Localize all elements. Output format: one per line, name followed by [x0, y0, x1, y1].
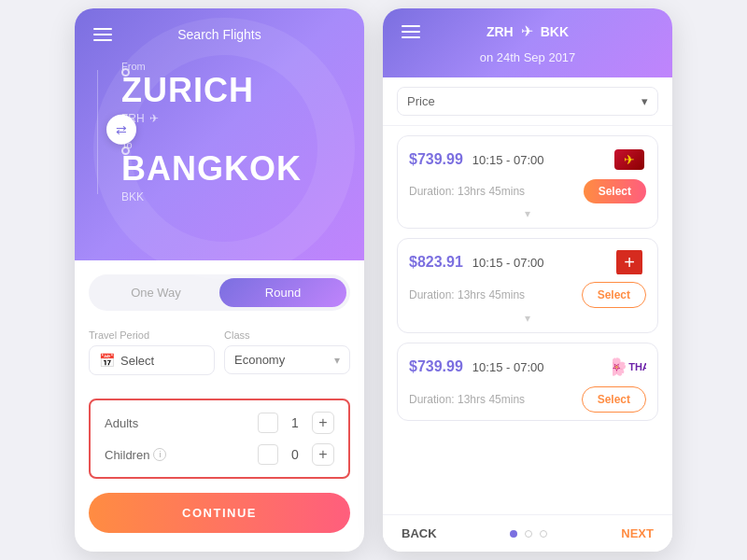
flight-2-price: $823.91: [409, 254, 463, 271]
flight-3-airline-logo: 🌸 THAI: [613, 355, 646, 379]
chevron-down-icon: ▾: [334, 354, 340, 367]
thai-text: THAI: [628, 361, 646, 372]
filter-label: Price: [407, 94, 435, 108]
to-code: BKK: [121, 190, 144, 203]
right-to-code: BKK: [541, 24, 569, 39]
class-field: Class Economy ▾: [224, 329, 350, 375]
children-row: Children i 0 +: [105, 443, 334, 466]
flight-1-select-button[interactable]: Select: [584, 179, 646, 203]
price-filter-dropdown[interactable]: Price ▾: [397, 87, 658, 116]
flight-3-time: 10:15 - 07:00: [472, 360, 613, 374]
class-value: Economy: [234, 353, 285, 367]
toggle-row: One Way Round: [89, 274, 350, 311]
dot-1: [510, 530, 517, 538]
flight-card-2: $823.91 10:15 - 07:00 Duration: 13hrs 45…: [397, 238, 658, 333]
swap-button[interactable]: ⇄: [106, 114, 136, 144]
flight-1-expand-icon[interactable]: ▾: [409, 207, 646, 220]
filter-row: Price ▾: [383, 77, 672, 126]
next-button[interactable]: NEXT: [621, 526, 654, 540]
adults-row: Adults 1 +: [105, 412, 334, 434]
pagination-dots: [510, 530, 547, 538]
right-header-top: ZRH ✈ BKK: [402, 22, 654, 40]
flight-1-duration: Duration: 13hrs 45mins: [409, 185, 525, 198]
thai-icon: 🌸: [613, 357, 627, 377]
origin-dot: [121, 68, 130, 77]
adults-increment-button[interactable]: +: [312, 412, 334, 434]
left-panel: Search Flights From ZURICH ZRH ✈ ⇄: [75, 8, 364, 552]
right-panel: ZRH ✈ BKK on 24th Sep 2017 Price ▾ $739.…: [383, 8, 672, 552]
dest-dot: [121, 147, 130, 155]
plane-icon: ✈: [521, 22, 533, 40]
flight-3-select-button[interactable]: Select: [582, 386, 646, 413]
right-from-code: ZRH: [486, 24, 514, 39]
from-city: ZURICH: [121, 74, 345, 107]
adults-checkbox[interactable]: [258, 413, 278, 433]
swiss-icon: [616, 250, 642, 274]
flight-2-select-button[interactable]: Select: [582, 282, 646, 308]
one-way-button[interactable]: One Way: [92, 278, 219, 307]
flight-route: From ZURICH ZRH ✈ ⇄ To BANGKOK BKK: [93, 61, 345, 203]
flight-card-1-top: $739.99 10:15 - 07:00: [409, 147, 646, 172]
dot-2: [525, 530, 532, 538]
travel-form-row: Travel Period 📅 Select Class Economy ▾: [89, 329, 350, 375]
children-label: Children i: [105, 448, 258, 462]
flight-3-price: $739.99: [409, 358, 463, 375]
flight-1-time: 10:15 - 07:00: [472, 153, 613, 167]
round-button[interactable]: Round: [219, 278, 346, 307]
left-header: Search Flights From ZURICH ZRH ✈ ⇄: [75, 8, 364, 260]
flight-card-1-bottom: Duration: 13hrs 45mins Select: [409, 179, 646, 203]
flight-card-3-bottom: Duration: 13hrs 45mins Select: [409, 386, 646, 413]
back-button[interactable]: BACK: [402, 526, 437, 540]
continue-button[interactable]: CONTINUE: [89, 493, 350, 533]
form-section: Travel Period 📅 Select Class Economy ▾: [75, 320, 364, 399]
class-input[interactable]: Economy ▾: [224, 345, 350, 374]
travel-period-label: Travel Period: [89, 329, 215, 341]
right-hamburger-icon[interactable]: [402, 25, 420, 38]
calendar-icon: 📅: [99, 353, 115, 368]
flight-date: on 24th Sep 2017: [402, 45, 654, 66]
children-counter: 0 +: [258, 443, 334, 466]
flight-2-duration: Duration: 13hrs 45mins: [409, 288, 525, 301]
flight-1-price: $739.99: [409, 151, 463, 168]
children-value: 0: [286, 447, 304, 462]
adults-label: Adults: [105, 416, 258, 430]
right-footer: BACK NEXT: [383, 514, 672, 552]
flight-3-duration: Duration: 13hrs 45mins: [409, 393, 525, 406]
filter-chevron-icon: ▾: [641, 94, 648, 108]
children-increment-button[interactable]: +: [312, 443, 334, 466]
flights-list: $739.99 10:15 - 07:00 Duration: 13hrs 45…: [383, 126, 672, 514]
flight-card-3: $739.99 10:15 - 07:00 🌸 THAI Duration: 1…: [397, 343, 658, 421]
to-city: BANGKOK: [121, 152, 345, 186]
adults-value: 1: [286, 415, 304, 430]
dot-3: [540, 530, 547, 538]
left-header-title: Search Flights: [177, 27, 261, 42]
flight-2-time: 10:15 - 07:00: [472, 256, 613, 270]
direction-arrow: ✈: [149, 112, 159, 125]
flight-card-2-top: $823.91 10:15 - 07:00: [409, 250, 646, 274]
route-display: ZRH ✈ BKK: [420, 22, 635, 40]
flight-2-expand-icon[interactable]: ▾: [409, 312, 646, 325]
class-label: Class: [224, 329, 350, 341]
hamburger-icon[interactable]: [93, 28, 112, 41]
header-top: Search Flights: [93, 27, 345, 42]
flight-1-airline-logo: [613, 147, 646, 172]
emirates-icon: [614, 149, 644, 170]
flight-card-3-top: $739.99 10:15 - 07:00 🌸 THAI: [409, 355, 646, 379]
to-code-row: BKK: [121, 190, 345, 203]
flight-2-airline-logo: [613, 250, 646, 274]
children-info-icon: i: [153, 448, 166, 461]
passengers-section: Adults 1 + Children i 0 +: [89, 399, 350, 479]
children-checkbox[interactable]: [258, 444, 278, 465]
travel-period-input[interactable]: 📅 Select: [89, 345, 215, 375]
travel-period-field: Travel Period 📅 Select: [89, 329, 215, 375]
travel-period-value: Select: [120, 354, 154, 368]
adults-counter: 1 +: [258, 412, 334, 434]
from-code-row: ZRH ✈: [121, 112, 345, 125]
right-header: ZRH ✈ BKK on 24th Sep 2017: [383, 8, 672, 77]
swap-icon: ⇄: [116, 121, 127, 136]
flight-card-1: $739.99 10:15 - 07:00 Duration: 13hrs 45…: [397, 135, 658, 229]
route-line: [97, 70, 98, 194]
flight-card-2-bottom: Duration: 13hrs 45mins Select: [409, 282, 646, 308]
